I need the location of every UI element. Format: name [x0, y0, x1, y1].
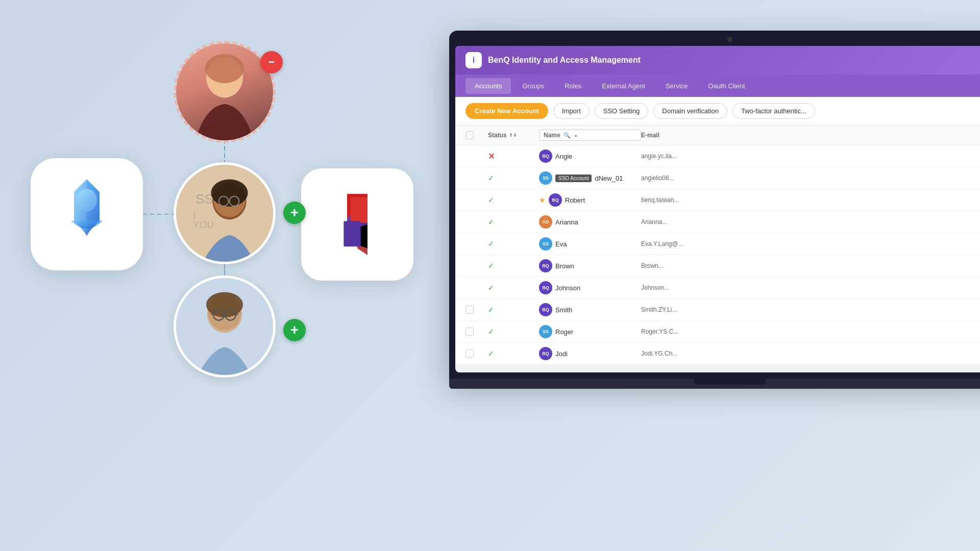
search-icon-name[interactable]: 🔍 — [564, 132, 571, 139]
status-cell: ✓ — [488, 195, 539, 205]
person-image-bottom — [176, 278, 273, 375]
sort-icon-status[interactable]: ⬆⬇ — [509, 133, 517, 138]
status-check-icon: ✓ — [488, 284, 494, 292]
email-cell: Jodi.YG.Ch... — [641, 350, 769, 357]
add-person-bottom-button[interactable]: + — [283, 319, 306, 341]
sso-setting-button[interactable]: SSO Setting — [595, 103, 649, 119]
status-cell: ✓ — [488, 283, 539, 292]
status-cell: ✕ — [488, 152, 539, 161]
table-row[interactable]: ✓ADAriannaArianna... — [455, 211, 980, 233]
person-silhouette-top — [176, 43, 273, 140]
person-circle-bottom — [174, 276, 276, 378]
person-circle-middle: SSON I YOU — [174, 162, 276, 264]
avatar-badge: BQ — [539, 303, 552, 316]
tab-external-agent[interactable]: External Agent — [593, 78, 654, 94]
right-laptop-section: i BenQ Identity and Access Management Ac… — [419, 0, 980, 551]
table-row[interactable]: ✓SSSSO AccountdNew_01angielio06... — [455, 167, 980, 189]
plus-icon-bottom: + — [290, 322, 299, 338]
person-silhouette-middle: SSON I YOU — [176, 165, 273, 262]
email-cell: angie.yc.lia... — [641, 153, 769, 160]
status-column-header: Status ⬆⬇ — [488, 132, 539, 139]
avatar-badge: BQ — [539, 347, 552, 360]
sso-account-tooltip: SSO Account — [555, 174, 592, 182]
email-cell: Roger.YS.C... — [641, 328, 769, 335]
table-row[interactable]: ✓BQJodiJodi.YG.Ch... — [455, 343, 980, 365]
status-x-icon: ✕ — [488, 152, 495, 161]
row-checkbox-cell — [465, 328, 488, 336]
table-row[interactable]: ✓SSRogerRoger.YS.C... — [455, 321, 980, 343]
status-cell: ✓ — [488, 349, 539, 358]
laptop-base — [449, 379, 980, 389]
center-logo-card — [301, 168, 413, 281]
star-icon: ★ — [539, 196, 546, 204]
status-check-icon: ✓ — [488, 240, 494, 248]
select-all-checkbox[interactable] — [465, 131, 474, 139]
name-header-text: Name — [544, 132, 560, 139]
table-row[interactable]: ✓SSEvaEva.Y.Lang@... — [455, 233, 980, 255]
row-checkbox-cell — [465, 306, 488, 314]
nav-tabs-bar: Accounts Groups Roles External Agent Ser… — [455, 74, 980, 97]
table-row[interactable]: ✓BQSmithSmith.ZY.Li... — [455, 299, 980, 321]
email-cell: benq.taiwan... — [641, 196, 769, 204]
remove-person-button[interactable]: − — [260, 51, 283, 73]
app-icon-card — [31, 158, 143, 270]
create-account-button[interactable]: Create New Account — [465, 103, 548, 119]
app-logo-svg — [54, 176, 120, 253]
name-cell: SSEva — [539, 237, 641, 251]
domain-verification-button[interactable]: Domain verification — [653, 103, 727, 119]
name-text: Eva — [555, 240, 567, 248]
svg-text:YOU: YOU — [193, 219, 214, 230]
tab-service[interactable]: Service — [656, 78, 697, 94]
email-cell: Arianna... — [641, 218, 769, 226]
svg-point-24 — [206, 292, 243, 317]
name-cell: BQJodi — [539, 347, 641, 360]
name-cell: BQJohnson — [539, 281, 641, 294]
name-text: Robert — [565, 196, 585, 204]
add-person-middle-button[interactable]: + — [283, 202, 306, 224]
name-column-header: Name 🔍 ▲ — [539, 130, 641, 141]
email-column-header: E-mail — [641, 132, 769, 139]
app-header: i BenQ Identity and Access Management — [455, 46, 980, 74]
email-cell: angielio06... — [641, 174, 769, 182]
person-image-middle: SSON I YOU — [176, 165, 273, 262]
row-checkbox[interactable] — [465, 349, 474, 358]
svg-point-9 — [205, 54, 244, 83]
status-cell: ✓ — [488, 239, 539, 248]
status-cell: ✓ — [488, 217, 539, 227]
email-cell: Smith.ZY.Li... — [641, 306, 769, 313]
status-cell: ✓ — [488, 327, 539, 336]
avatar-badge: SS — [539, 237, 552, 251]
name-text: Brown — [555, 262, 574, 270]
two-factor-button[interactable]: Two-factor authentic... — [732, 103, 815, 119]
table-row[interactable]: ✓★BQRobertbenq.taiwan... — [455, 189, 980, 211]
left-decorative-section: − SSON I YOU — [0, 0, 419, 551]
tab-oauth-client[interactable]: Oauth Client — [699, 78, 754, 94]
name-cell: BQBrown — [539, 259, 641, 272]
avatar-badge: BQ — [539, 149, 552, 163]
avatar-badge: BQ — [549, 193, 562, 207]
name-text: Johnson — [555, 284, 580, 292]
tab-roles[interactable]: Roles — [555, 78, 591, 94]
import-button[interactable]: Import — [553, 103, 590, 119]
table-row[interactable]: ✓BQBrownBrown... — [455, 255, 980, 277]
status-check-icon: ✓ — [488, 306, 494, 314]
screen-content: i BenQ Identity and Access Management Ac… — [455, 46, 980, 372]
app-title: BenQ Identity and Access Management — [488, 56, 641, 65]
tab-groups[interactable]: Groups — [513, 78, 553, 94]
table-row[interactable]: ✓BQJohnsonJohnson... — [455, 277, 980, 299]
email-cell: Johnson... — [641, 284, 769, 291]
header-checkbox-cell — [465, 131, 488, 139]
row-checkbox[interactable] — [465, 328, 474, 336]
status-check-icon: ✓ — [488, 196, 494, 204]
tab-accounts[interactable]: Accounts — [465, 78, 511, 94]
name-cell: SSRoger — [539, 325, 641, 338]
name-cell: BQSmith — [539, 303, 641, 316]
sort-icon-name[interactable]: ▲ — [574, 133, 578, 138]
row-checkbox[interactable] — [465, 306, 474, 314]
table-body: ✕BQAngieangie.yc.lia...✓SSSSO AccountdNe… — [455, 145, 980, 365]
table-row[interactable]: ✕BQAngieangie.yc.lia... — [455, 145, 980, 167]
plus-icon-middle: + — [290, 205, 299, 221]
avatar-badge: BQ — [539, 259, 552, 272]
laptop-screen: i BenQ Identity and Access Management Ac… — [449, 31, 980, 379]
name-text: Angie — [555, 153, 572, 160]
